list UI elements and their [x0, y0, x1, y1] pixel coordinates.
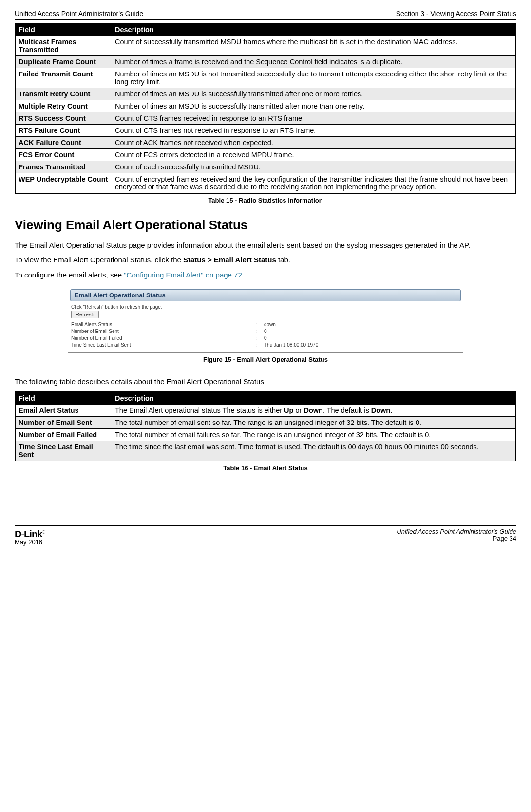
refresh-button[interactable]: Refresh: [71, 311, 99, 318]
page-header: Unified Access Point Administrator's Gui…: [15, 10, 516, 20]
table-row: Duplicate Frame CountNumber of times a f…: [15, 56, 516, 68]
table-row: Failed Transmit CountNumber of times an …: [15, 68, 516, 88]
footer-guide: Unified Access Point Administrator's Gui…: [397, 528, 516, 535]
table-row: FCS Error CountCount of FCS errors detec…: [15, 149, 516, 161]
col-desc: Description: [112, 392, 516, 405]
header-left: Unified Access Point Administrator's Gui…: [15, 10, 143, 18]
refresh-hint: Click "Refresh" button to refresh the pa…: [71, 304, 460, 310]
table15-caption: Table 15 - Radio Statistics Information: [15, 197, 516, 204]
table-row: RTS Failure CountCount of CTS frames not…: [15, 125, 516, 137]
table-row: Email Alert Status The Email Alert opera…: [15, 405, 516, 417]
figure15-caption: Figure 15 - Email Alert Operational Stat…: [15, 356, 516, 363]
config-email-alert-link[interactable]: "Configuring Email Alert" on page 72.: [124, 271, 244, 279]
body-para-1: The Email Alert Operational Status page …: [15, 240, 516, 250]
section-title: Viewing Email Alert Operational Status: [15, 218, 516, 233]
table16-caption: Table 16 - Email Alert Status: [15, 464, 516, 472]
col-field: Field: [15, 23, 112, 36]
table-row: Number of Email FailedThe total number o…: [15, 429, 516, 441]
table-row: RTS Success CountCount of CTS frames rec…: [15, 112, 516, 125]
table-row: Multiple Retry CountNumber of times an M…: [15, 100, 516, 112]
email-alert-screenshot: Email Alert Operational Status Click "Re…: [68, 287, 463, 353]
status-row: Number of Email Failed : 0: [71, 335, 460, 342]
body-para-3: To configure the email alerts, see "Conf…: [15, 270, 516, 280]
table-row: Time Since Last Email SentThe time since…: [15, 441, 516, 461]
dlink-logo: D-Link®: [15, 528, 45, 538]
body-para-2: To view the Email Alert Operational Stat…: [15, 255, 516, 265]
col-desc: Description: [112, 23, 516, 36]
page-footer: D-Link® May 2016 Unified Access Point Ad…: [15, 525, 516, 546]
table-row: Multicast Frames TransmittedCount of suc…: [15, 36, 516, 56]
col-field: Field: [15, 392, 112, 405]
footer-date: May 2016: [15, 538, 45, 546]
radio-stats-table: Field Description Multicast Frames Trans…: [15, 23, 516, 194]
status-row: Number of Email Sent : 0: [71, 328, 460, 335]
body-para-4: The following table describes details ab…: [15, 377, 516, 387]
footer-page: Page 34: [397, 535, 516, 542]
table-row: Number of Email SentThe total number of …: [15, 417, 516, 429]
table-row: ACK Failure CountCount of ACK frames not…: [15, 137, 516, 149]
header-right: Section 3 - Viewing Access Point Status: [396, 10, 516, 18]
panel-title: Email Alert Operational Status: [70, 289, 461, 301]
table-row: WEP Undecryptable CountCount of encrypte…: [15, 173, 516, 194]
email-alert-status-table: Field Description Email Alert Status The…: [15, 391, 516, 461]
table-row: Transmit Retry CountNumber of times an M…: [15, 88, 516, 100]
status-row: Time Since Last Email Sent : Thu Jan 1 0…: [71, 342, 460, 349]
status-row: Email Alerts Status : down: [71, 321, 460, 328]
table-row: Frames TransmittedCount of each successf…: [15, 161, 516, 173]
